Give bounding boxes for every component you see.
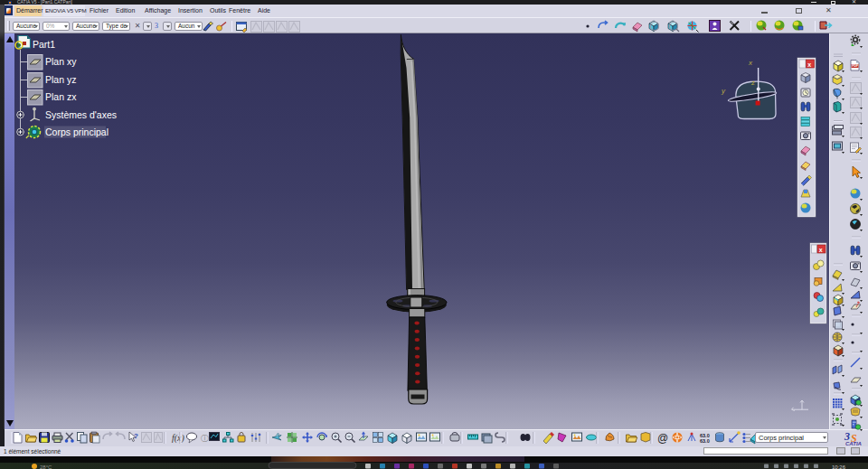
svg-text:?: ?: [134, 432, 138, 440]
svg-text:y: y: [721, 87, 726, 95]
svg-text:PDF: PDF: [852, 64, 859, 68]
svg-text:x: x: [807, 61, 811, 68]
svg-text:z: z: [750, 79, 755, 87]
svg-text:x: x: [748, 59, 753, 67]
svg-text:@: @: [657, 432, 668, 445]
svg-text:f(x): f(x): [172, 433, 185, 444]
svg-text:ⓘ: ⓘ: [201, 434, 209, 443]
svg-text:28°C: 28°C: [40, 464, 52, 469]
svg-text:63.0: 63.0: [700, 438, 710, 444]
svg-text:10:26: 10:26: [832, 464, 846, 469]
svg-text:CATIA: CATIA: [845, 441, 862, 446]
svg-text:x: x: [819, 247, 823, 253]
